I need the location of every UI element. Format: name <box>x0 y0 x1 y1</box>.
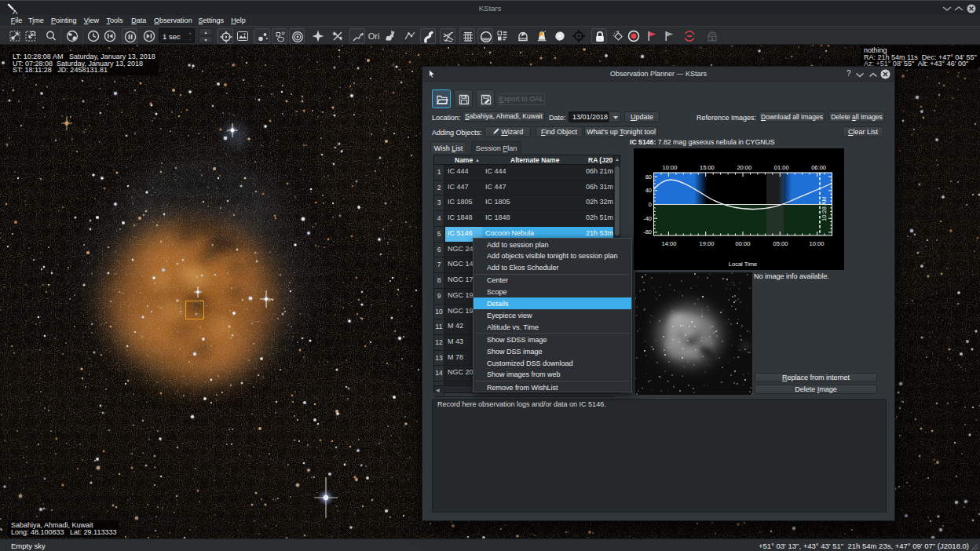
svg-text:-40: -40 <box>643 215 652 222</box>
svg-text:01:00: 01:00 <box>774 164 789 171</box>
svg-text:0: 0 <box>649 201 652 208</box>
svg-text:10:00: 10:00 <box>663 164 678 171</box>
svg-text:00:00: 00:00 <box>736 240 751 247</box>
svg-text:10:00: 10:00 <box>810 240 825 247</box>
svg-text:80: 80 <box>645 173 652 181</box>
svg-text:20:00: 20:00 <box>737 164 751 171</box>
svg-text:10:28 AM: 10:28 AM <box>821 196 828 221</box>
svg-text:14:00: 14:00 <box>662 240 677 247</box>
svg-text:40: 40 <box>645 187 652 194</box>
svg-text:19:00: 19:00 <box>700 240 715 247</box>
svg-text:15:00: 15:00 <box>700 164 715 171</box>
svg-text:Ori: Ori <box>368 31 380 41</box>
svg-text:-80: -80 <box>643 228 652 235</box>
svg-text:05:00: 05:00 <box>773 240 788 247</box>
svg-text:06:00: 06:00 <box>811 164 826 171</box>
svg-text:Local Time: Local Time <box>729 261 757 268</box>
